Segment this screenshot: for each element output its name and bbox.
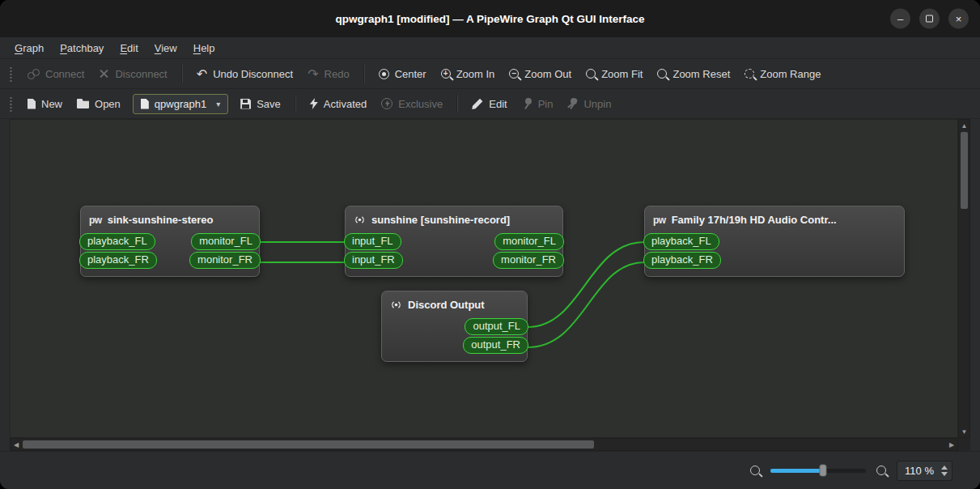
open-folder-icon: [77, 99, 89, 108]
toolbar-drag-handle[interactable]: [9, 96, 13, 112]
zoom-reset-button[interactable]: Zoom Reset: [650, 63, 737, 85]
spin-up-arrow[interactable]: [941, 466, 948, 470]
node-discord-output[interactable]: Discord Output output_FL output_FR: [381, 291, 528, 362]
pipewire-icon: pw: [653, 215, 666, 226]
zoom-in-indicator-icon: [876, 466, 886, 475]
menu-patchbay[interactable]: Patchbay: [52, 37, 112, 58]
port-playback-fl[interactable]: playback_FL: [643, 233, 719, 250]
unpin-icon: [567, 98, 578, 109]
window-title: qpwgraph1 [modified] — A PipeWire Graph …: [335, 13, 644, 25]
zoom-spinbox[interactable]: 110 %: [897, 461, 952, 481]
new-label: New: [41, 98, 62, 110]
zoom-out-icon: −: [509, 69, 519, 79]
stream-icon: [390, 299, 402, 311]
zoom-out-indicator-icon: [750, 466, 760, 475]
zoom-slider-handle[interactable]: [819, 465, 826, 477]
menu-help[interactable]: Help: [185, 37, 223, 58]
port-input-fl[interactable]: input_FL: [344, 233, 401, 250]
node-title: sunshine [sunshine-record]: [371, 214, 510, 226]
zoom-slider[interactable]: [770, 469, 866, 473]
port-output-fl[interactable]: output_FL: [465, 318, 528, 335]
patchbay-toolbar: New Open qpwgraph1 ▾ Save Activated Excl…: [0, 89, 980, 119]
toolbar-drag-handle[interactable]: [9, 66, 13, 82]
zoom-slider-fill: [770, 469, 823, 473]
center-label: Center: [395, 68, 426, 80]
redo-button: ↷ Redo: [300, 63, 356, 85]
port-monitor-fr[interactable]: monitor_FR: [493, 252, 564, 269]
toolbar-separator: [181, 65, 183, 83]
port-playback-fl[interactable]: playback_FL: [79, 233, 155, 250]
undo-disconnect-label: Undo Disconnect: [213, 68, 293, 80]
horizontal-scrollbar[interactable]: ◀ ▶: [10, 438, 958, 451]
spin-down-arrow[interactable]: [941, 472, 948, 476]
patchbay-file-icon: [141, 99, 149, 109]
open-label: Open: [95, 98, 121, 110]
maximize-icon: [926, 15, 933, 23]
port-input-fr[interactable]: input_FR: [344, 252, 403, 269]
close-button[interactable]: ×: [948, 9, 969, 29]
zoom-reset-label: Zoom Reset: [672, 68, 730, 80]
menu-graph[interactable]: Graph: [6, 37, 52, 58]
menu-view[interactable]: View: [146, 37, 185, 58]
activated-bolt-icon: [310, 98, 318, 109]
scroll-down-arrow[interactable]: ▼: [959, 426, 969, 437]
activated-toggle[interactable]: Activated: [303, 93, 374, 115]
port-output-fr[interactable]: output_FR: [463, 337, 528, 354]
unpin-label: Unpin: [583, 98, 611, 110]
node-title: sink-sunshine-stereo: [108, 214, 214, 226]
connect-icon: [28, 69, 40, 79]
undo-disconnect-button[interactable]: ↶ Undo Disconnect: [189, 63, 300, 85]
maximize-button[interactable]: [919, 9, 940, 29]
port-playback-fr[interactable]: playback_FR: [643, 252, 721, 269]
port-monitor-fl[interactable]: monitor_FL: [191, 233, 261, 250]
edit-pencil-icon: [472, 98, 483, 109]
patchbay-select-value: qpwgraph1: [155, 98, 206, 110]
new-patchbay-button[interactable]: New: [20, 93, 70, 115]
menu-edit[interactable]: Edit: [112, 37, 146, 58]
graph-canvas[interactable]: pw sink-sunshine-stereo playback_FL moni…: [10, 119, 958, 438]
save-icon: [240, 99, 251, 109]
edit-label: Edit: [489, 98, 507, 110]
scroll-right-arrow[interactable]: ▶: [946, 439, 957, 450]
node-header: sunshine [sunshine-record]: [346, 206, 562, 232]
node-header: pw sink-sunshine-stereo: [81, 206, 259, 232]
connect-button: Connect: [20, 63, 91, 85]
horizontal-scrollbar-handle[interactable]: [23, 440, 594, 449]
titlebar[interactable]: qpwgraph1 [modified] — A PipeWire Graph …: [0, 0, 980, 37]
zoom-out-button[interactable]: − Zoom Out: [502, 63, 579, 85]
zoom-in-button[interactable]: + Zoom In: [434, 63, 503, 85]
undo-icon: ↶: [197, 69, 207, 79]
center-icon: [379, 69, 389, 79]
patchbay-select[interactable]: qpwgraph1 ▾: [133, 94, 228, 114]
connect-label: Connect: [45, 68, 84, 80]
node-sunshine[interactable]: sunshine [sunshine-record] input_FL moni…: [345, 206, 563, 277]
port-monitor-fr[interactable]: monitor_FR: [189, 252, 261, 269]
vertical-scrollbar[interactable]: ▲ ▼: [958, 119, 970, 438]
node-sink-sunshine-stereo[interactable]: pw sink-sunshine-stereo playback_FL moni…: [80, 206, 260, 277]
port-playback-fr[interactable]: playback_FR: [79, 252, 157, 269]
zoom-out-label: Zoom Out: [524, 68, 571, 80]
vertical-scrollbar-handle[interactable]: [961, 132, 968, 209]
zoom-range-button[interactable]: Zoom Range: [737, 63, 828, 85]
toolbar-separator: [456, 95, 458, 113]
save-label: Save: [257, 98, 281, 110]
zoom-fit-label: Zoom Fit: [601, 68, 643, 80]
disconnect-button: Disconnect: [91, 63, 174, 85]
zoom-fit-button[interactable]: Zoom Fit: [579, 63, 650, 85]
connection-wires: [11, 120, 957, 437]
open-patchbay-button[interactable]: Open: [70, 93, 128, 115]
node-family-hd-audio-controller[interactable]: pw Family 17h/19h HD Audio Contr... play…: [644, 206, 905, 277]
disconnect-label: Disconnect: [115, 68, 167, 80]
toolbar-separator: [295, 95, 296, 113]
port-monitor-fl[interactable]: monitor_FL: [494, 233, 564, 250]
minimize-button[interactable]: –: [890, 9, 910, 29]
toolbar-separator: [363, 65, 365, 83]
center-button[interactable]: Center: [371, 63, 434, 85]
new-file-icon: [28, 99, 36, 109]
edit-toggle[interactable]: Edit: [465, 93, 514, 115]
scroll-left-arrow[interactable]: ◀: [11, 439, 22, 450]
menubar: Graph Patchbay Edit View Help: [0, 37, 980, 59]
qpwgraph-window: qpwgraph1 [modified] — A PipeWire Graph …: [0, 0, 980, 489]
save-patchbay-button[interactable]: Save: [233, 93, 288, 115]
scroll-up-arrow[interactable]: ▲: [959, 120, 969, 131]
